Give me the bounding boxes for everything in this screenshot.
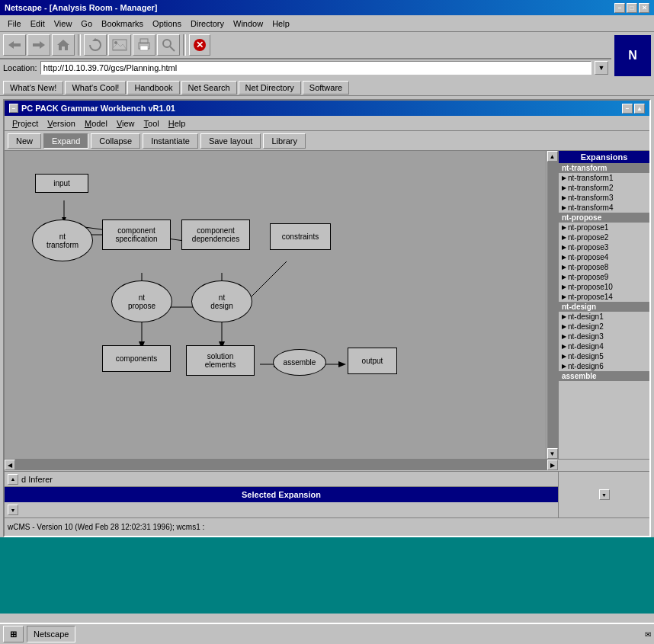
instantiate-button[interactable]: Instantiate <box>143 133 198 149</box>
nt-design3-item[interactable]: ▶ nt-design3 <box>559 332 649 341</box>
app-menu-help[interactable]: Help <box>164 118 191 129</box>
toolbar-separator-1 <box>78 34 81 56</box>
app-maximize-button[interactable]: ▲ <box>634 104 645 114</box>
nt-propose2-item[interactable]: ▶ nt-propose2 <box>559 232 649 242</box>
nt-transform-section-header: nt-transform <box>559 163 649 173</box>
find-button[interactable] <box>157 34 180 56</box>
menu-options[interactable]: Options <box>148 18 186 30</box>
taskbar-netscape-item[interactable]: Netscape <box>27 626 75 642</box>
diagram-output[interactable]: output <box>348 348 397 374</box>
scroll-right-button[interactable]: ▶ <box>547 460 558 470</box>
whats-new-button[interactable]: What's New! <box>3 81 63 95</box>
app-window-controls: − ▲ <box>622 104 645 114</box>
menu-edit[interactable]: Edit <box>26 18 50 30</box>
app-menu-project[interactable]: Project <box>8 118 43 129</box>
location-label: Location: <box>3 63 37 72</box>
handbook-button[interactable]: Handbook <box>127 81 179 95</box>
nt-propose4-item[interactable]: ▶ nt-propose4 <box>559 252 649 262</box>
svg-marker-2 <box>40 41 45 49</box>
nt-transform3-item[interactable]: ▶ nt-transform3 <box>559 193 649 203</box>
nt-transform1-item[interactable]: ▶ nt-transform1 <box>559 173 649 183</box>
maximize-button[interactable]: □ <box>627 3 637 13</box>
whats-cool-button[interactable]: What's Cool! <box>65 81 126 95</box>
menu-file[interactable]: File <box>3 18 26 30</box>
location-input[interactable] <box>40 61 591 75</box>
browser-title: Netscape - [Analysis Room - Manager] <box>5 3 158 12</box>
menu-bookmarks[interactable]: Bookmarks <box>97 18 148 30</box>
diagram-component-dep[interactable]: component dependencies <box>181 219 250 250</box>
collapse-button[interactable]: Collapse <box>91 133 140 149</box>
right-panel-scroll[interactable]: ▼ <box>599 489 610 500</box>
diagram-nt-design[interactable]: nt design <box>191 280 252 322</box>
nt-propose3-item[interactable]: ▶ nt-propose3 <box>559 242 649 252</box>
app-menu-tool[interactable]: Tool <box>139 118 164 129</box>
svg-point-12 <box>163 40 171 47</box>
horizontal-scroll-track[interactable] <box>15 460 547 470</box>
diagram-constraints[interactable]: constraints <box>270 223 331 250</box>
nt-design2-item[interactable]: ▶ nt-design2 <box>559 322 649 332</box>
close-button[interactable]: ✕ <box>639 3 649 13</box>
scroll-left-button[interactable]: ◀ <box>5 460 15 470</box>
diagram-nt-propose[interactable]: nt propose <box>111 280 172 322</box>
stop-button[interactable]: ✕ <box>189 34 210 56</box>
nt-design6-item[interactable]: ▶ nt-design6 <box>559 361 649 371</box>
diagram-canvas[interactable]: input nt transform component specificati… <box>5 151 546 459</box>
menu-directory[interactable]: Directory <box>186 18 229 30</box>
nt-design-section-header: nt-design <box>559 302 649 312</box>
menu-help[interactable]: Help <box>268 18 294 30</box>
toolbar-separator-2 <box>183 34 186 56</box>
back-button[interactable] <box>3 34 26 56</box>
browser-toolbar: ✕ <box>0 32 611 59</box>
nt-propose1-item[interactable]: ▶ nt-propose1 <box>559 223 649 232</box>
diagram-components[interactable]: components <box>102 345 171 372</box>
menu-view[interactable]: View <box>50 18 77 30</box>
nt-propose10-item[interactable]: ▶ nt-propose10 <box>559 282 649 292</box>
save-layout-button[interactable]: Save layout <box>200 133 261 149</box>
forward-button[interactable] <box>27 34 50 56</box>
new-button[interactable]: New <box>8 133 41 149</box>
svg-rect-11 <box>140 46 148 50</box>
diagram-component-spec[interactable]: component specification <box>102 219 171 250</box>
scroll-down-button[interactable]: ▼ <box>547 448 558 459</box>
menu-window[interactable]: Window <box>229 18 268 30</box>
diagram-nt-transform[interactable]: nt transform <box>32 219 93 261</box>
app-menu-model[interactable]: Model <box>80 118 112 129</box>
app-system-menu[interactable]: − <box>9 104 18 113</box>
vertical-scrollbar[interactable]: ▲ ▼ <box>546 151 558 459</box>
inferer-scroll-down[interactable]: ▼ <box>8 505 18 515</box>
diagram-assemble[interactable]: assemble <box>273 349 326 376</box>
expansions-panel: Expansions nt-transform ▶ nt-transform1 … <box>558 151 649 459</box>
nt-propose8-item[interactable]: ▶ nt-propose8 <box>559 262 649 272</box>
location-arrow-button[interactable]: ▼ <box>595 61 608 75</box>
app-menu-version[interactable]: Version <box>43 118 80 129</box>
reload-button[interactable] <box>84 34 107 56</box>
diagram-solution-elements[interactable]: solution elements <box>186 345 255 376</box>
menu-go[interactable]: Go <box>76 18 97 30</box>
nt-design1-item[interactable]: ▶ nt-design1 <box>559 312 649 322</box>
svg-line-13 <box>170 46 175 51</box>
start-button[interactable]: ⊞ <box>3 626 24 642</box>
nt-design4-item[interactable]: ▶ nt-design4 <box>559 341 649 351</box>
library-button[interactable]: Library <box>263 133 306 149</box>
selected-expansion-label: Selected Expansion <box>5 487 558 502</box>
app-minimize-button[interactable]: − <box>622 104 633 114</box>
nt-propose14-item[interactable]: ▶ nt-propose14 <box>559 292 649 302</box>
nt-design5-item[interactable]: ▶ nt-design5 <box>559 351 649 361</box>
nt-transform2-item[interactable]: ▶ nt-transform2 <box>559 183 649 193</box>
diagram-input[interactable]: input <box>35 174 88 193</box>
print-button[interactable] <box>133 34 155 56</box>
net-directory-button[interactable]: Net Directory <box>239 81 301 95</box>
nt-transform4-item[interactable]: ▶ nt-transform4 <box>559 203 649 213</box>
software-button[interactable]: Software <box>303 81 349 95</box>
scroll-up-button[interactable]: ▲ <box>547 151 558 162</box>
inferer-scroll-up[interactable]: ▲ <box>8 474 18 485</box>
app-menu-view[interactable]: View <box>112 118 139 129</box>
home-button[interactable] <box>52 34 75 56</box>
net-search-button[interactable]: Net Search <box>181 81 237 95</box>
expand-button[interactable]: Expand <box>43 133 88 149</box>
minimize-button[interactable]: − <box>614 3 625 13</box>
scroll-track[interactable] <box>547 162 558 448</box>
nt-propose9-item[interactable]: ▶ nt-propose9 <box>559 272 649 282</box>
images-button[interactable] <box>108 34 131 56</box>
selected-expansion-area: ▲ d Inferer Selected Expansion ▼ ▼ <box>5 471 649 517</box>
